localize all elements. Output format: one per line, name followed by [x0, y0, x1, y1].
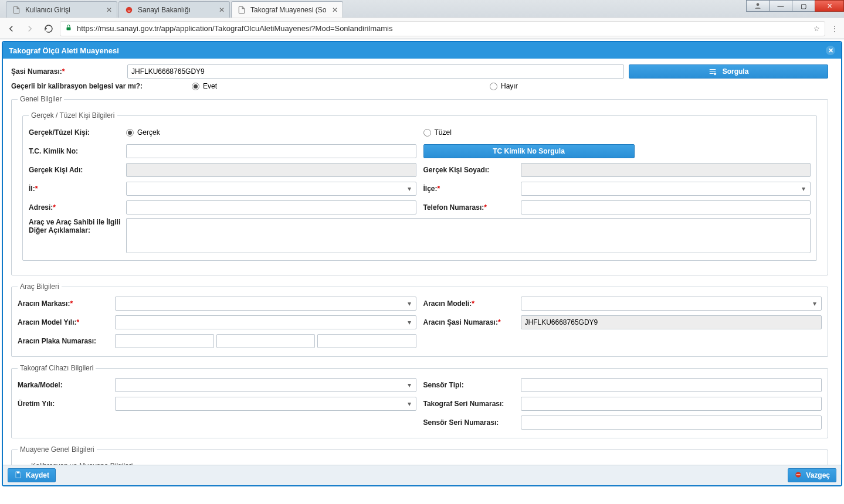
sensor-input[interactable] [521, 378, 822, 392]
page-icon [12, 6, 21, 14]
aciklama-label: Araç ve Araç Sahibi ile İlgili Diğer Açı… [29, 218, 120, 234]
tab-strip: Kullanıcı Girişi ✕ Sanayi Bakanlığı ✕ Ta… [0, 0, 844, 18]
sensor-seri-input[interactable] [521, 416, 822, 430]
tako-marka-label: Marka/Model: [18, 381, 63, 389]
gercek-label: Gerçek [137, 128, 160, 137]
vazgec-button[interactable]: Vazgeç [788, 468, 836, 482]
aciklama-textarea[interactable] [126, 218, 811, 253]
tako-seri-input[interactable] [521, 397, 822, 411]
gercek-tuzel-label: Gerçek/Tüzel Kişi: [29, 128, 90, 137]
arac-yil-label: Aracın Model Yılı: [18, 318, 79, 326]
tab-label: Sanayi Bakanlığı [138, 6, 191, 14]
kalibrasyon-fieldset: Kalibrasyon ve Muayene Bilgileri Kalibra… [22, 462, 404, 465]
svg-point-1 [757, 3, 760, 6]
query-icon [709, 67, 717, 76]
hayir-radio-group[interactable]: Hayır [490, 82, 518, 90]
soyadi-input [521, 163, 811, 177]
plaka-label: Aracın Plaka Numarası: [18, 337, 96, 345]
tab-1[interactable]: Kullanıcı Girişi ✕ [6, 1, 117, 18]
il-combo[interactable]: ▾ [126, 182, 416, 196]
tab-label: Takograf Muayenesi (So [250, 6, 326, 14]
tako-seri-label: Takograf Seri Numarası: [423, 400, 504, 408]
url-text: https://msu.sanayi.gov.tr/app/applicatio… [77, 24, 809, 33]
menu-button[interactable]: ⋮ [831, 25, 838, 33]
app-body: Şasi Numarası: Sorgula Geçerli bir kalib… [3, 59, 841, 465]
browser-chrome: Kullanıcı Girişi ✕ Sanayi Bakanlığı ✕ Ta… [0, 0, 844, 39]
tab-close-icon[interactable]: ✕ [218, 6, 226, 14]
radio-icon [192, 83, 199, 90]
sensor-seri-label: Sensör Seri Numarası: [423, 418, 499, 427]
gercek-radio[interactable]: Gerçek [126, 128, 160, 137]
tuzel-label: Tüzel [435, 128, 452, 137]
minimize-button[interactable]: — [769, 0, 792, 12]
plaka-input-2[interactable] [216, 334, 316, 348]
sasi-input[interactable] [127, 64, 624, 79]
kaydet-label: Kaydet [26, 471, 49, 479]
tab-close-icon[interactable]: ✕ [331, 6, 339, 14]
hayir-label: Hayır [501, 82, 518, 90]
genel-bilgiler-fieldset: Genel Bilgiler Gerçek / Tüzel Kişi Bilgi… [11, 95, 828, 275]
tel-input[interactable] [521, 200, 811, 214]
takograf-fieldset: Takograf Cihazı Bilgileri Marka/Model: ▾… [11, 364, 828, 438]
tako-marka-combo[interactable]: ▾ [115, 378, 416, 392]
page-icon [238, 6, 246, 14]
muayene-legend: Muayene Genel Bilgileri [18, 445, 97, 454]
plaka-input-1[interactable] [115, 334, 214, 348]
ilce-combo[interactable]: ▾ [521, 182, 811, 196]
tab-3-active[interactable]: Takograf Muayenesi (So ✕ [231, 1, 343, 18]
tab-close-icon[interactable]: ✕ [105, 6, 113, 14]
reload-button[interactable] [43, 23, 54, 34]
kaydet-button[interactable]: Kaydet [8, 468, 56, 482]
adres-label: Adresi: [29, 203, 56, 212]
radio-icon [490, 83, 497, 90]
arac-sasi-input [521, 315, 822, 329]
tab-label: Kullanıcı Girişi [25, 6, 70, 14]
page-icon [125, 6, 133, 14]
browser-toolbar: https://msu.sanayi.gov.tr/app/applicatio… [0, 18, 844, 39]
radio-icon [126, 129, 134, 137]
kalib-legend: Kalibrasyon ve Muayene Bilgileri [29, 462, 135, 465]
panel-close-icon[interactable]: ✕ [826, 46, 835, 55]
maximize-button[interactable]: ▢ [792, 0, 815, 12]
gt-legend: Gerçek / Tüzel Kişi Bilgileri [29, 111, 117, 120]
arac-marka-label: Aracın Markası: [18, 299, 73, 308]
radio-icon [423, 129, 431, 137]
vazgec-label: Vazgeç [806, 471, 830, 479]
arac-model-combo[interactable]: ▾ [521, 297, 822, 311]
arac-legend: Araç Bilgileri [18, 282, 62, 291]
adres-input[interactable] [126, 200, 416, 214]
tc-sorgula-button[interactable]: TC Kimlik No Sorgula [423, 144, 635, 158]
user-avatar-button[interactable] [746, 0, 770, 12]
adi-input [126, 163, 416, 177]
evet-label: Evet [203, 82, 217, 90]
page-title: Takograf Ölçü Aleti Muayenesi [9, 46, 119, 55]
tuzel-radio[interactable]: Tüzel [423, 128, 488, 137]
evet-radio-group[interactable]: Evet [192, 82, 485, 90]
window-controls: — ▢ ✕ [747, 0, 844, 12]
tc-sorgula-label: TC Kimlik No Sorgula [493, 147, 565, 155]
plaka-input-3[interactable] [317, 334, 416, 348]
arac-bilgileri-fieldset: Araç Bilgileri Aracın Markası: ▾ Aracın … [11, 282, 828, 357]
uretim-combo[interactable]: ▾ [115, 397, 416, 411]
ilce-label: İlçe: [423, 185, 440, 193]
svg-rect-10 [796, 474, 801, 475]
tako-legend: Takograf Cihazı Bilgileri [18, 364, 96, 372]
address-bar[interactable]: https://msu.sanayi.gov.tr/app/applicatio… [60, 21, 825, 36]
sorgula-label: Sorgula [723, 67, 749, 76]
arac-marka-combo[interactable]: ▾ [115, 297, 416, 311]
arac-yil-combo[interactable]: ▾ [115, 315, 416, 329]
lock-icon [65, 24, 72, 33]
arac-model-label: Aracın Modeli: [423, 299, 474, 308]
sorgula-button[interactable]: Sorgula [629, 64, 828, 79]
forward-button[interactable] [25, 23, 35, 34]
window-close-button[interactable]: ✕ [815, 0, 844, 12]
back-button[interactable] [6, 23, 16, 34]
tc-input[interactable] [126, 144, 416, 158]
uretim-label: Üretim Yılı: [18, 400, 55, 408]
arac-sasi-label: Aracın Şasi Numarası: [423, 318, 501, 326]
sasi-label: Şasi Numarası: [11, 67, 123, 76]
cancel-icon [794, 471, 802, 481]
tab-2[interactable]: Sanayi Bakanlığı ✕ [118, 1, 230, 18]
il-label: İl: [29, 185, 38, 193]
bookmark-icon[interactable]: ☆ [814, 25, 820, 33]
